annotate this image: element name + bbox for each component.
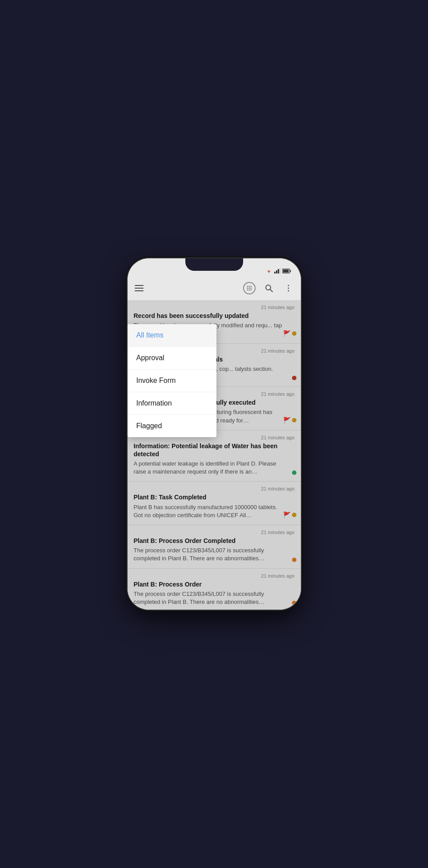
battery-icon	[282, 269, 291, 273]
svg-rect-6	[283, 269, 288, 272]
header-actions	[242, 281, 296, 295]
dropdown-item-information[interactable]: Information	[128, 392, 216, 415]
svg-line-17	[270, 289, 272, 292]
svg-rect-0	[274, 272, 276, 273]
svg-point-12	[250, 288, 252, 289]
svg-point-20	[288, 290, 289, 292]
svg-rect-1	[276, 270, 277, 273]
filter-dropdown-menu: All ItemsApprovalInvoke FormInformationF…	[128, 324, 216, 437]
wifi-icon	[265, 268, 272, 273]
dropdown-item-flagged[interactable]: Flagged	[128, 415, 216, 437]
svg-point-11	[248, 288, 250, 289]
grid-dots-icon	[246, 285, 252, 291]
svg-point-14	[248, 289, 250, 291]
svg-rect-3	[280, 268, 280, 273]
search-button[interactable]	[262, 281, 276, 295]
svg-point-13	[247, 289, 248, 291]
more-options-button[interactable]	[281, 281, 296, 295]
svg-rect-2	[278, 269, 279, 273]
hamburger-menu-button[interactable]	[133, 282, 145, 294]
search-icon	[264, 284, 273, 293]
svg-point-15	[250, 289, 252, 291]
dropdown-item-approval[interactable]: Approval	[128, 347, 216, 370]
signal-icon	[274, 268, 280, 273]
svg-point-10	[247, 288, 248, 289]
status-icons	[265, 268, 291, 273]
app-header	[128, 276, 301, 300]
dropdown-overlay[interactable]: All ItemsApprovalInvoke FormInformationF…	[128, 300, 301, 610]
svg-point-8	[248, 286, 250, 287]
svg-point-19	[288, 288, 289, 289]
more-vertical-icon	[284, 284, 292, 292]
dropdown-item-invoke-form[interactable]: Invoke Form	[128, 370, 216, 392]
svg-point-7	[247, 286, 248, 287]
grid-icon	[243, 282, 256, 294]
grid-view-button[interactable]	[242, 281, 256, 295]
svg-point-9	[250, 286, 252, 287]
dropdown-item-all-items[interactable]: All Items	[128, 324, 216, 347]
svg-point-18	[288, 285, 289, 286]
svg-rect-5	[290, 270, 291, 272]
